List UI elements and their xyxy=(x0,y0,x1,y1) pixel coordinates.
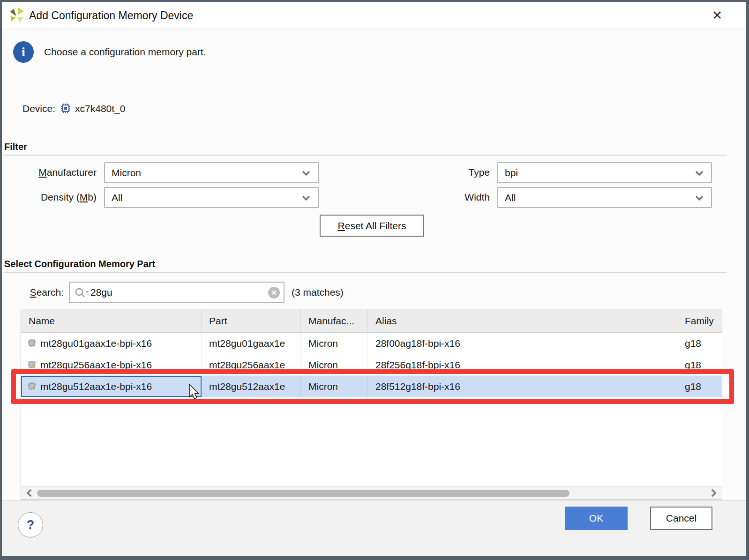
banner-message: Choose a configuration memory part. xyxy=(44,41,206,63)
column-header-part[interactable]: Part xyxy=(202,309,301,332)
memory-part-icon xyxy=(28,361,37,372)
xilinx-logo-icon xyxy=(8,7,25,26)
cell-name: mt28gu256aax1e-bpi-x16 xyxy=(40,359,152,370)
density-label: Density (Mb) xyxy=(11,187,97,208)
manufacturer-select[interactable]: Micron xyxy=(104,162,319,183)
horizontal-scrollbar[interactable] xyxy=(21,486,722,499)
manufacturer-value: Micron xyxy=(112,163,141,182)
chevron-down-icon xyxy=(695,194,704,203)
cancel-button[interactable]: Cancel xyxy=(650,507,712,530)
search-label: Search: xyxy=(11,282,64,303)
memory-part-icon xyxy=(28,339,37,350)
title-bar: Add Configuration Memory Device ✕ xyxy=(2,2,746,29)
table-row[interactable]: mt28gu01gaax1e-bpi-x16 mt28gu01gaax1e Mi… xyxy=(21,333,722,354)
device-value: xc7k480t_0 xyxy=(75,103,125,114)
width-select[interactable]: All xyxy=(497,187,712,208)
parts-section-title: Select Configuration Memory Part xyxy=(4,259,155,269)
table-row[interactable]: mt28gu256aax1e-bpi-x16 mt28gu256aax1e Mi… xyxy=(21,354,722,376)
window-title: Add Configuration Memory Device xyxy=(29,2,193,29)
search-clear-icon[interactable]: ✕ xyxy=(268,287,280,299)
cell-family: g18 xyxy=(677,333,722,354)
search-icon[interactable] xyxy=(75,287,90,300)
cell-manufacturer: Micron xyxy=(301,333,368,354)
close-icon[interactable]: ✕ xyxy=(707,2,727,29)
type-select[interactable]: bpi xyxy=(497,162,712,183)
cell-part: mt28gu256aax1e xyxy=(202,354,301,375)
cell-manufacturer: Micron xyxy=(301,376,368,397)
type-value: bpi xyxy=(505,163,518,182)
cell-family: g18 xyxy=(677,376,722,397)
cell-alias: 28f512g18f-bpi-x16 xyxy=(368,376,677,397)
cell-manufacturer: Micron xyxy=(301,354,368,375)
info-icon: i xyxy=(13,41,34,63)
dialog-footer: ? OK Cancel xyxy=(2,500,746,556)
parts-table: Name Part Manufac... Alias Family mt28gu… xyxy=(21,309,722,500)
ok-button[interactable]: OK xyxy=(565,507,628,530)
column-header-name[interactable]: Name xyxy=(21,309,202,332)
chip-icon xyxy=(60,105,71,116)
cell-alias: 28f00ag18f-bpi-x16 xyxy=(368,333,677,354)
chevron-down-icon xyxy=(302,194,310,203)
scroll-left-icon[interactable] xyxy=(26,489,33,499)
density-value: All xyxy=(112,188,122,207)
search-box: ✕ xyxy=(69,282,285,303)
column-header-alias[interactable]: Alias xyxy=(368,309,677,332)
filter-section-title: Filter xyxy=(4,142,27,152)
width-value: All xyxy=(505,188,516,207)
density-select[interactable]: All xyxy=(104,187,319,208)
cell-name: mt28gu512aax1e-bpi-x16 xyxy=(40,381,152,392)
parts-section-divider xyxy=(4,272,727,273)
chevron-down-icon xyxy=(695,170,704,178)
device-row: Device: xc7k480t_0 xyxy=(22,101,125,116)
filter-section-divider xyxy=(4,155,727,156)
search-input[interactable] xyxy=(90,283,259,302)
cell-part: mt28gu01gaax1e xyxy=(202,333,301,354)
cell-alias: 28f256g18f-bpi-x16 xyxy=(368,354,677,375)
column-header-manufacturer[interactable]: Manufac... xyxy=(301,309,368,332)
width-label: Width xyxy=(419,187,490,208)
reset-all-filters-button[interactable]: Reset All Filters xyxy=(320,215,424,237)
cell-family: g18 xyxy=(677,354,722,375)
manufacturer-label: Manufacturer xyxy=(11,162,97,183)
device-label: Device: xyxy=(22,103,55,114)
table-header: Name Part Manufac... Alias Family xyxy=(21,309,722,333)
help-button[interactable]: ? xyxy=(18,512,43,538)
match-count: (3 matches) xyxy=(292,282,344,303)
scrollbar-thumb[interactable] xyxy=(37,490,569,497)
type-label: Type xyxy=(419,162,490,183)
column-header-family[interactable]: Family xyxy=(677,309,722,332)
chevron-down-icon xyxy=(302,170,310,178)
cell-name: mt28gu01gaax1e-bpi-x16 xyxy=(40,338,152,349)
table-row-selected[interactable]: mt28gu512aax1e-bpi-x16 mt28gu512aax1e Mi… xyxy=(21,376,722,397)
memory-part-icon xyxy=(28,382,37,393)
cell-part: mt28gu512aax1e xyxy=(202,376,301,397)
scroll-right-icon[interactable] xyxy=(710,489,717,499)
